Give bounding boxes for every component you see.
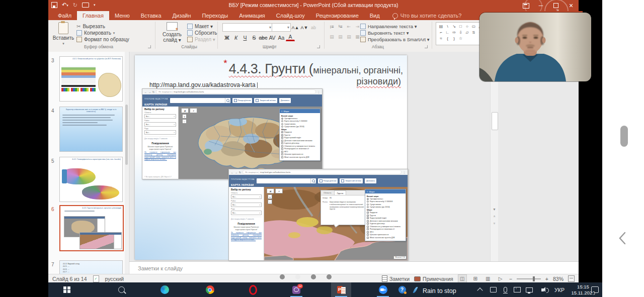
player-indicator-dots[interactable] bbox=[280, 274, 332, 279]
slide-sorter-view-button[interactable]: ⊞ bbox=[471, 275, 479, 282]
slide-canvas[interactable]: *4.4.3. Грунти (мінеральні, органічні, р… bbox=[135, 55, 407, 260]
zoom-slider[interactable] bbox=[517, 278, 541, 279]
dialog-launcher-icon[interactable] bbox=[317, 45, 320, 48]
text-direction-button[interactable]: Направление текста ▾ bbox=[360, 23, 430, 30]
tray-expand-icon[interactable] bbox=[475, 282, 485, 297]
cut-button[interactable]: ✂Вырезать bbox=[76, 23, 129, 30]
ribbon-tab[interactable]: Рецензирование bbox=[310, 11, 364, 20]
font-style-button[interactable]: Aa bbox=[277, 33, 286, 42]
language-switcher[interactable]: УКР bbox=[552, 282, 567, 297]
shape-icon[interactable]: { bbox=[444, 35, 451, 41]
font-style-button[interactable]: Ж bbox=[222, 33, 231, 42]
reading-view-button[interactable]: ▥ bbox=[484, 275, 492, 282]
tray-screenshare-icon[interactable] bbox=[512, 282, 522, 297]
zoom-slider-thumb[interactable] bbox=[533, 276, 535, 281]
chrome-icon[interactable] bbox=[202, 282, 217, 297]
layout-button[interactable]: Макет ▾ bbox=[187, 23, 217, 30]
ribbon-display-options-button[interactable] bbox=[518, 0, 533, 11]
format-painter-button[interactable]: Формат по образцу bbox=[76, 36, 129, 43]
shape-icon[interactable]: ☆ bbox=[457, 35, 464, 41]
scrollbar-thumb[interactable] bbox=[492, 112, 498, 130]
page-scrollbar-thumb[interactable] bbox=[620, 126, 628, 147]
recording-video[interactable]: ↗ ВБУ [Режим совместимости] - PowerPoint… bbox=[0, 0, 602, 297]
language-indicator[interactable]: русский bbox=[105, 276, 124, 282]
section-button[interactable]: Раздел ▾ bbox=[187, 36, 217, 43]
slide-thumbnail-3[interactable]: 4.4.1. Кліматичний регіон та субрегіон (… bbox=[59, 56, 123, 102]
redo-icon[interactable]: ↻ bbox=[73, 2, 77, 8]
zoom-percentage[interactable]: 83% bbox=[553, 276, 564, 282]
paste-button[interactable]: Вставить▾ bbox=[51, 22, 75, 46]
bullets-button[interactable]: ⁝≡ bbox=[328, 23, 336, 30]
tray-microphone-icon[interactable] bbox=[500, 282, 510, 297]
shape-icon[interactable]: ⇩ bbox=[457, 29, 464, 35]
shape-icon[interactable]: ↘ bbox=[451, 23, 457, 29]
align-center-button[interactable]: ▤ bbox=[337, 33, 344, 40]
shape-icon[interactable]: } bbox=[451, 35, 457, 41]
undo-icon[interactable]: ↶▾ bbox=[62, 2, 68, 9]
font-style-button[interactable]: Ч bbox=[240, 33, 250, 42]
shape-icon[interactable]: ⇨ bbox=[451, 29, 457, 35]
save-icon[interactable] bbox=[51, 2, 57, 8]
thumbnail-scrollbar[interactable] bbox=[125, 52, 128, 274]
tray-volume-icon[interactable] bbox=[537, 282, 549, 297]
slideshow-icon[interactable] bbox=[82, 3, 89, 8]
restore-button[interactable] bbox=[548, 0, 564, 11]
font-name-combobox[interactable]: ▾ bbox=[222, 23, 273, 32]
edge-icon[interactable] bbox=[157, 282, 172, 297]
ribbon-tab[interactable]: Вид bbox=[364, 11, 385, 20]
reset-button[interactable]: Сбросить bbox=[187, 30, 217, 36]
shape-icon[interactable]: ⌐ bbox=[438, 29, 444, 35]
customize-qat-icon[interactable]: ▾ bbox=[94, 3, 96, 7]
slide-thumbnail-6-selected[interactable]: 4.4.3. Грунти (мінеральні, органічні, рі… bbox=[59, 205, 124, 251]
dialog-launcher-icon[interactable] bbox=[425, 45, 428, 48]
clear-format-button[interactable]: ab bbox=[309, 23, 318, 32]
font-style-button[interactable]: A bbox=[286, 33, 295, 41]
ribbon-tab[interactable]: Главная bbox=[77, 11, 109, 20]
ribbon-tab[interactable]: Анимация bbox=[233, 11, 271, 20]
opera-icon[interactable] bbox=[246, 282, 261, 297]
action-center-icon[interactable] bbox=[588, 282, 602, 297]
shape-icon[interactable]: S bbox=[470, 29, 477, 35]
rain-to-stop-button[interactable]: Rain to stop bbox=[423, 286, 456, 295]
font-style-button[interactable]: abc bbox=[259, 33, 268, 42]
shape-icon[interactable]: □ bbox=[457, 23, 464, 29]
editor-scrollbar[interactable]: ▼ » » bbox=[490, 52, 498, 261]
align-right-button[interactable]: ▤ bbox=[345, 33, 353, 40]
shape-icon[interactable]: ≈ bbox=[438, 35, 444, 41]
slide-thumbnail-5[interactable]: 4.4.2. Геоморфологічна характеристика (т… bbox=[59, 157, 123, 202]
slide-thumbnail-4[interactable]: Характер кліматичних змін та їх вплив на… bbox=[59, 107, 123, 152]
font-style-button[interactable]: S bbox=[250, 33, 259, 42]
notes-toggle[interactable]: Заметки bbox=[382, 275, 410, 282]
webcam-overlay[interactable] bbox=[479, 13, 591, 81]
shape-icon[interactable]: ▤ bbox=[438, 23, 444, 29]
comments-toggle[interactable]: Примечания bbox=[414, 276, 453, 282]
zoom-in-button[interactable]: + bbox=[545, 276, 548, 282]
normal-view-button[interactable]: ◫ bbox=[458, 274, 467, 283]
previous-slide-button[interactable]: » bbox=[493, 213, 496, 220]
decrease-font-button[interactable]: A▼ bbox=[300, 23, 309, 32]
slide-thumbnail-7[interactable]: 4.4.4. Видовий склад4.4.5. …4.4.6. …4.4.… bbox=[59, 260, 123, 274]
viber-icon[interactable]: 12 bbox=[289, 282, 304, 297]
minimize-button[interactable]: ─ bbox=[533, 0, 548, 11]
ribbon-tab[interactable]: Меню bbox=[109, 11, 135, 20]
zoom-out-button[interactable]: − bbox=[509, 276, 512, 282]
next-slide-button[interactable]: » bbox=[493, 220, 496, 227]
pen-icon[interactable] bbox=[412, 282, 419, 297]
font-style-button[interactable]: AV bbox=[268, 33, 277, 42]
close-button[interactable]: × bbox=[564, 0, 579, 11]
ribbon-tab[interactable]: Переходы bbox=[197, 11, 234, 20]
tray-device-icon[interactable] bbox=[488, 282, 498, 297]
shape-icon[interactable]: ▱ bbox=[464, 29, 470, 35]
new-slide-button[interactable]: Создать слайд ▾ bbox=[159, 22, 185, 43]
tell-me-box[interactable]: Что вы хотите сделать? bbox=[392, 11, 462, 20]
align-text-button[interactable]: Выровнять текст ▾ bbox=[360, 30, 430, 36]
increase-font-button[interactable]: A▲ bbox=[291, 23, 300, 32]
font-style-button[interactable]: К bbox=[231, 33, 240, 42]
ribbon-tab[interactable]: Файл bbox=[52, 11, 77, 20]
powerpoint-taskbar-icon[interactable]: P bbox=[331, 282, 351, 297]
slideshow-view-button[interactable]: ▷ bbox=[497, 275, 505, 282]
numbering-button[interactable]: ¹≡ bbox=[337, 23, 344, 30]
dialog-launcher-icon[interactable] bbox=[148, 45, 151, 48]
shape-icon[interactable]: ○ bbox=[464, 23, 470, 29]
shape-icon[interactable]: ▭ bbox=[470, 23, 477, 29]
